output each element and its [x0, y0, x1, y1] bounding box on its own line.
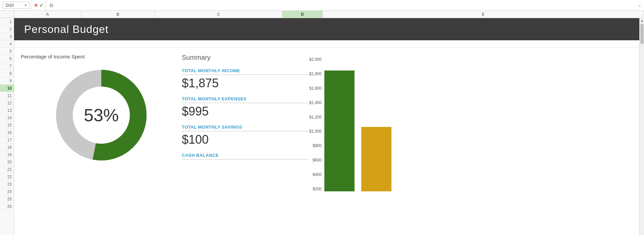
expenses-label: TOTAL MONTHLY EXPENSES [182, 96, 309, 103]
row-num-12[interactable]: 12 [0, 99, 14, 107]
col-header-c[interactable]: C [155, 11, 282, 18]
dropdown-icon[interactable]: ▾ [25, 3, 26, 7]
summary-income: TOTAL MONTHLY INCOME $1,875 [182, 68, 309, 90]
spreadsheet-body: 1 2 3 4 5 6 7 8 9 10 11 12 13 14 15 16 1… [0, 18, 644, 235]
row-num-2[interactable]: 2 [0, 26, 14, 33]
formula-input[interactable] [57, 0, 636, 10]
expenses-value: $995 [182, 104, 309, 119]
chart-section-label: Percentage of Income Spent [21, 54, 182, 59]
expand-icon[interactable]: ⌄ [638, 3, 641, 8]
donut-chart: 53% [51, 65, 152, 166]
row-num-15[interactable]: 15 [0, 122, 14, 129]
row-num-4[interactable]: 4 [0, 40, 14, 48]
row-num-1[interactable]: 1 [0, 18, 14, 26]
row-num-23[interactable]: 23 [0, 181, 14, 188]
row-num-25[interactable]: 25 [0, 195, 14, 203]
formula-bar-controls: ✕ ✓ [32, 0, 46, 10]
content-area: Percentage of Income Spent [14, 48, 644, 205]
income-value: $1,875 [182, 76, 309, 90]
row-num-21[interactable]: 21 [0, 166, 14, 173]
row-num-13[interactable]: 13 [0, 107, 14, 114]
sheet-content: Personal Budget Percentage of Income Spe… [14, 18, 644, 235]
budget-header: Personal Budget [14, 18, 644, 40]
row-num-5[interactable]: 5 [0, 48, 14, 55]
summary-savings: TOTAL MONTHLY SAVINGS $100 [182, 125, 309, 147]
col-header-a[interactable]: A [14, 11, 81, 18]
vertical-scrollbar[interactable]: ▲ [639, 18, 644, 235]
confirm-icon[interactable]: ✓ [39, 3, 43, 8]
summary-title: Summary [182, 54, 309, 61]
cell-ref-value: D10 [6, 3, 14, 8]
cash-balance-label: CASH BALANCE [182, 153, 309, 159]
row-num-14[interactable]: 14 [0, 114, 14, 122]
cell-reference-box[interactable]: D10 ▾ [3, 2, 30, 9]
row-num-7[interactable]: 7 [0, 62, 14, 70]
y-label-800: $800 [313, 143, 322, 148]
summary-section: Summary TOTAL MONTHLY INCOME $1,875 TOTA… [182, 51, 309, 201]
left-section: Percentage of Income Spent [21, 51, 182, 201]
col-header-d[interactable]: D [282, 11, 323, 18]
bar-chart-section: $2,000 $1,800 $1,600 $1,400 $1,200 $1,00… [309, 51, 637, 201]
bar-income [324, 70, 355, 191]
formula-bar: D10 ▾ ✕ ✓ fx ⌄ [0, 0, 644, 11]
col-header-b[interactable]: B [81, 11, 155, 18]
row-num-26[interactable]: 26 [0, 203, 14, 210]
y-axis: $2,000 $1,800 $1,600 $1,400 $1,200 $1,00… [309, 57, 324, 191]
y-label-1200: $1,200 [309, 115, 322, 120]
column-headers: A B C D E [0, 11, 644, 18]
col-header-e[interactable]: E [323, 11, 644, 18]
row-num-24[interactable]: 24 [0, 188, 14, 195]
y-label-600: $600 [313, 158, 322, 162]
budget-title: Personal Budget [24, 23, 109, 36]
y-label-2000: $2,000 [309, 57, 322, 62]
row-num-17[interactable]: 17 [0, 136, 14, 144]
row-num-19[interactable]: 19 [0, 151, 14, 158]
row-4-spacer [14, 40, 644, 48]
spreadsheet-container: A B C D E 1 2 3 4 5 6 7 8 9 10 11 12 13 … [0, 11, 644, 235]
bar-chart-area: $2,000 $1,800 $1,600 $1,400 $1,200 $1,00… [309, 54, 637, 201]
y-label-1000: $1,000 [309, 129, 322, 134]
y-label-400: $400 [313, 172, 322, 177]
row-num-22[interactable]: 22 [0, 173, 14, 181]
row-num-3[interactable]: 3 [0, 33, 14, 40]
y-label-200: $200 [313, 187, 322, 191]
donut-percentage: 53% [84, 105, 119, 125]
income-label: TOTAL MONTHLY INCOME [182, 68, 309, 75]
row-num-9[interactable]: 9 [0, 77, 14, 85]
savings-label: TOTAL MONTHLY SAVINGS [182, 125, 309, 131]
corner-spacer [0, 11, 14, 18]
cancel-icon[interactable]: ✕ [34, 3, 38, 8]
row-num-20[interactable]: 20 [0, 158, 14, 166]
fx-label: fx [48, 3, 55, 8]
savings-value: $100 [182, 133, 309, 147]
row-numbers: 1 2 3 4 5 6 7 8 9 10 11 12 13 14 15 16 1… [0, 18, 14, 235]
row-num-11[interactable]: 11 [0, 92, 14, 99]
row-num-8[interactable]: 8 [0, 70, 14, 77]
row-num-6[interactable]: 6 [0, 55, 14, 62]
row-num-18[interactable]: 18 [0, 144, 14, 151]
y-label-1400: $1,400 [309, 100, 322, 105]
bar-expenses [361, 127, 391, 191]
row-num-16[interactable]: 16 [0, 129, 14, 136]
summary-cash-balance: CASH BALANCE [182, 153, 309, 159]
bars-area [324, 57, 391, 191]
summary-expenses: TOTAL MONTHLY EXPENSES $995 [182, 96, 309, 119]
scrollbar-thumb[interactable] [640, 24, 644, 44]
row-num-10[interactable]: 10 [0, 85, 14, 92]
y-label-1600: $1,600 [309, 86, 322, 91]
y-label-1800: $1,800 [309, 72, 322, 76]
